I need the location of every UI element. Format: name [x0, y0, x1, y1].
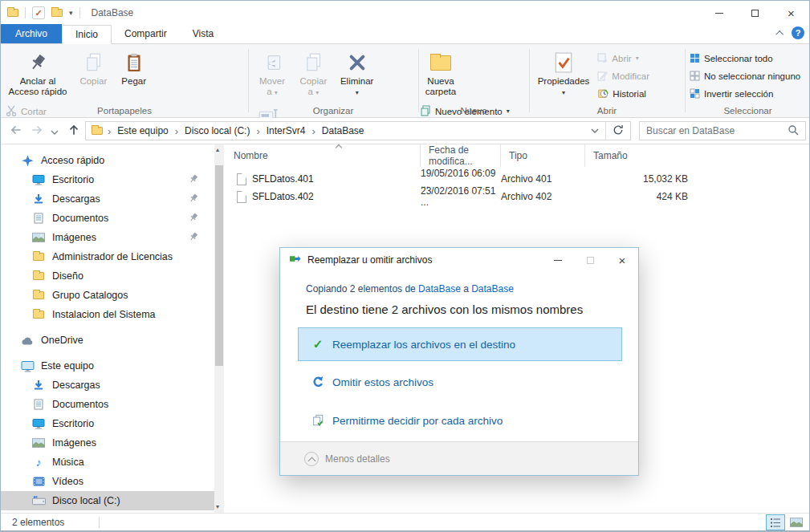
crumb-database[interactable]: DataBase: [317, 125, 369, 136]
new-folder-button[interactable]: Nuevacarpeta: [420, 44, 462, 97]
move-to-icon: [263, 49, 282, 76]
file-row-sfldatos-402[interactable]: SFLDatos.402 23/02/2016 07:51 ... Archiv…: [226, 188, 809, 205]
address-dropdown-caret[interactable]: [584, 127, 605, 136]
column-header-tipo[interactable]: Tipo: [501, 144, 585, 167]
sidebar-label: Disco local (C:): [52, 495, 120, 506]
documents-icon: [31, 399, 46, 410]
copy-to-button[interactable]: Copiara ▾: [294, 44, 332, 97]
option-decide-each[interactable]: Permitirme decidir por cada archivo: [298, 408, 622, 433]
maximize-button[interactable]: [737, 1, 773, 25]
select-all-button[interactable]: Seleccionar todo: [690, 50, 800, 67]
sidebar-item-diseno[interactable]: Diseño: [1, 266, 214, 286]
crumb-intersvr4[interactable]: InterSvr4: [262, 125, 311, 136]
search-input[interactable]: [640, 125, 788, 136]
less-details-label[interactable]: Menos detalles: [325, 453, 390, 465]
scroll-down-icon[interactable]: ▾: [216, 504, 222, 510]
sidebar-item-documentos-pc[interactable]: Documentos: [1, 395, 214, 414]
column-header-tamano[interactable]: Tamaño: [585, 144, 698, 167]
details-view-button[interactable]: [766, 514, 785, 530]
copy-button[interactable]: Copiar: [74, 44, 112, 87]
sidebar-item-descargas-pc[interactable]: Descargas: [1, 376, 214, 395]
dest-folder-link[interactable]: DataBase: [471, 283, 514, 294]
properties-button[interactable]: Propiedades▾: [535, 44, 592, 97]
sidebar-item-musica[interactable]: ♪ Música: [1, 453, 214, 472]
up-button[interactable]: [67, 123, 81, 140]
qat-newfolder-button[interactable]: [51, 9, 63, 17]
qat-properties-button[interactable]: ✓: [32, 6, 45, 19]
sidebar-item-escritorio-qa[interactable]: Escritorio: [1, 170, 214, 189]
address-box[interactable]: › Este equipo › Disco local (C:) › Inter…: [85, 121, 631, 140]
pin-quick-access-label: Anclar al Acceso rápido: [4, 76, 71, 97]
sidebar-item-este-equipo[interactable]: Este equipo: [1, 356, 214, 376]
forward-button[interactable]: [30, 123, 44, 140]
thumbnails-view-button[interactable]: [787, 514, 806, 530]
crumb-este-equipo[interactable]: Este equipo: [112, 125, 173, 136]
new-folder-label-1: Nueva: [427, 76, 454, 86]
history-label: Historial: [613, 89, 646, 99]
open-button[interactable]: Abrir ▾: [597, 50, 649, 67]
scrollbar-thumb[interactable]: [215, 165, 223, 366]
invert-selection-button[interactable]: Invertir selección: [690, 85, 800, 103]
sidebar-item-acceso-rapido[interactable]: Acceso rápido: [1, 151, 214, 170]
history-button[interactable]: Historial: [597, 85, 649, 103]
dialog-footer: Menos detalles: [280, 441, 638, 475]
sidebar-item-documentos-qa[interactable]: Documentos: [1, 209, 214, 228]
move-to-button[interactable]: Movera ▾: [253, 44, 291, 97]
option-replace-files[interactable]: ✓ Reemplazar los archivos en el destino: [298, 327, 622, 361]
crumb-separator: ›: [108, 125, 111, 137]
delete-button[interactable]: Eliminar▾: [336, 44, 379, 97]
minimize-button[interactable]: [701, 1, 737, 25]
sidebar-item-grupo-catalogos[interactable]: Grupo Catalogos: [1, 286, 214, 305]
group-label-organizar: Organizar: [248, 106, 418, 116]
sidebar-item-descargas-qa[interactable]: Descargas: [1, 189, 214, 209]
sidebar-item-administrador-licencias[interactable]: Administrador de Licencias: [1, 247, 214, 266]
sidebar-item-onedrive[interactable]: OneDrive: [1, 331, 214, 350]
dialog-minimize-button[interactable]: [542, 248, 574, 272]
paste-icon: [125, 49, 143, 76]
sidebar-item-videos[interactable]: Vídeos: [1, 472, 214, 491]
column-header-fecha[interactable]: Fecha de modifica...: [421, 144, 501, 167]
refresh-button[interactable]: [606, 124, 630, 138]
sidebar-scrollbar[interactable]: ▴ ▾: [214, 144, 224, 513]
tab-vista[interactable]: Vista: [180, 24, 226, 43]
sidebar-item-instalacion-sistema[interactable]: Instalacion del Sistema: [1, 305, 214, 324]
qat-customize-caret[interactable]: ▾: [69, 10, 73, 16]
new-folder-label-2: carpeta: [425, 87, 456, 96]
tab-archivo[interactable]: Archivo: [1, 24, 62, 43]
paste-button[interactable]: Pegar: [116, 44, 153, 87]
copy-label: Copiar: [79, 76, 107, 87]
option-skip-files[interactable]: Omitir estos archivos: [298, 370, 622, 394]
sidebar-item-escritorio-pc[interactable]: Escritorio: [1, 414, 214, 433]
sidebar-item-imagenes-qa[interactable]: Imágenes: [1, 228, 214, 247]
pin-quick-access-button[interactable]: Anclar al Acceso rápido: [4, 44, 71, 97]
collapse-details-icon[interactable]: [304, 452, 319, 466]
modify-button[interactable]: Modificar: [597, 67, 649, 85]
select-none-button[interactable]: No seleccionar ninguno: [690, 67, 800, 85]
sidebar-label: Administrador de Licencias: [52, 251, 173, 262]
scroll-up-icon[interactable]: ▴: [216, 147, 222, 153]
column-header-nombre[interactable]: Nombre: [226, 144, 421, 167]
sidebar-label: Música: [52, 457, 84, 468]
option-label: Permitirme decidir por cada archivo: [332, 415, 503, 427]
tab-inicio[interactable]: Inicio: [62, 25, 112, 44]
crumb-disco-local[interactable]: Disco local (C:): [180, 125, 254, 136]
recent-locations-caret[interactable]: [51, 127, 59, 138]
back-button[interactable]: [9, 123, 23, 140]
help-icon[interactable]: ?: [792, 26, 804, 39]
close-button[interactable]: ×: [773, 1, 809, 25]
sidebar-item-disco-local[interactable]: Disco local (C:): [1, 491, 214, 510]
sidebar-label: Imágenes: [52, 232, 96, 243]
open-icon: [597, 53, 608, 65]
copy-line-prefix: Copiando 2 elementos de: [306, 283, 418, 294]
tab-compartir[interactable]: Compartir: [112, 24, 180, 43]
source-folder-link[interactable]: DataBase: [418, 283, 461, 294]
sidebar-label: Acceso rápido: [41, 155, 104, 166]
file-row-sfldatos-401[interactable]: SFLDatos.401 19/05/2016 06:09 ... Archiv…: [226, 170, 809, 188]
sidebar-label: Grupo Catalogos: [52, 290, 128, 301]
search-icon[interactable]: [788, 124, 805, 138]
sidebar-item-imagenes-pc[interactable]: Imágenes: [1, 433, 214, 453]
dialog-close-button[interactable]: ×: [606, 248, 638, 272]
music-icon: ♪: [31, 456, 46, 469]
sort-ascending-icon: [336, 144, 342, 151]
file-size: 424 KB: [585, 191, 698, 202]
